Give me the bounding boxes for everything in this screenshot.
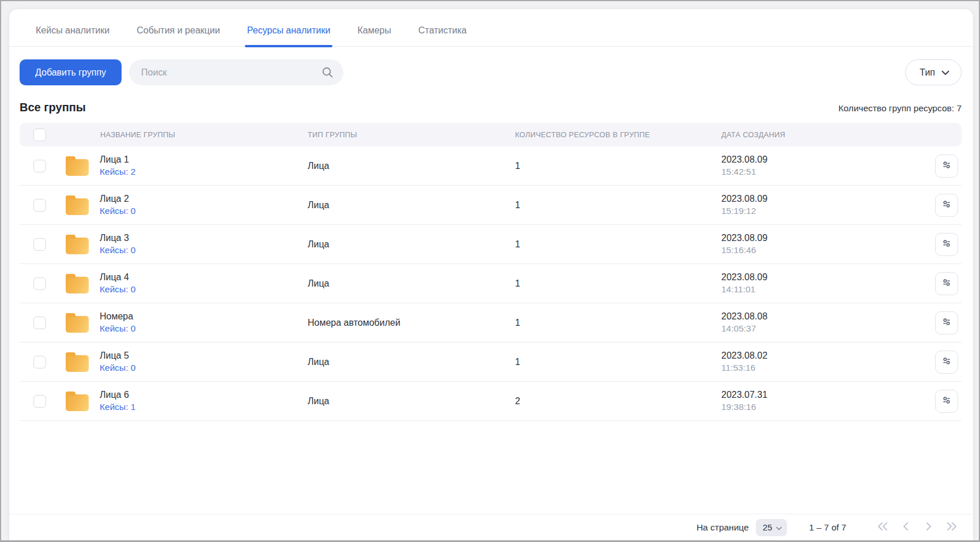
row-checkbox[interactable] (33, 160, 46, 172)
cases-link[interactable]: Кейсы: 0 (100, 206, 135, 216)
row-checkbox[interactable] (33, 356, 46, 368)
created-date: 2023.08.09 (721, 155, 911, 165)
sliders-icon (940, 198, 953, 212)
group-type: Лица (308, 161, 515, 171)
row-checkbox[interactable] (33, 199, 46, 212)
sliders-icon (940, 237, 953, 251)
tab-statistics[interactable]: Статистика (417, 21, 468, 46)
search-icon[interactable] (321, 66, 334, 81)
per-page-select[interactable]: 25 (756, 519, 788, 536)
folder-icon (66, 238, 89, 254)
group-name: Лица 5 (100, 351, 135, 361)
cases-link[interactable]: Кейсы: 2 (100, 167, 135, 177)
table-row: Лица 1 Кейсы: 2 Лица 1 2023.08.09 15:42:… (20, 146, 962, 186)
last-page-button[interactable] (944, 520, 959, 535)
tab-analytics-cases[interactable]: Кейсы аналитики (35, 21, 111, 46)
column-header-group-name: НАЗВАНИЕ ГРУППЫ (60, 130, 308, 139)
row-checkbox[interactable] (33, 317, 46, 329)
created-date: 2023.08.02 (721, 351, 911, 361)
created-date: 2023.08.08 (721, 311, 911, 322)
row-settings-button[interactable] (935, 194, 958, 217)
add-group-button[interactable]: Добавить группу (20, 59, 122, 85)
group-type: Номера автомобилей (308, 318, 515, 328)
tab-cameras[interactable]: Камеры (356, 21, 392, 46)
section-header: Все группы Количество групп ресурсов: 7 (20, 101, 962, 114)
row-settings-button[interactable] (935, 351, 958, 374)
row-settings-button[interactable] (935, 390, 958, 413)
group-type: Лица (308, 396, 515, 406)
folder-icon (66, 355, 89, 372)
folder-icon (66, 277, 89, 293)
chevron-down-icon (941, 67, 949, 78)
group-name: Лица 1 (100, 155, 135, 165)
select-all-checkbox[interactable] (33, 129, 46, 141)
toolbar: Добавить группу Тип (20, 59, 962, 85)
sliders-icon (940, 394, 953, 408)
row-settings-button[interactable] (935, 233, 958, 256)
double-chevron-right-icon (946, 522, 958, 533)
group-name: Лица 6 (100, 390, 135, 400)
table-row: Номера Кейсы: 0 Номера автомобилей 1 202… (20, 303, 962, 342)
created-date: 2023.08.09 (721, 272, 911, 283)
type-filter-label: Тип (920, 67, 935, 78)
type-filter-button[interactable]: Тип (905, 59, 962, 85)
page-title: Все группы (20, 101, 86, 114)
group-name: Номера (100, 311, 135, 322)
pager-controls (875, 520, 959, 535)
group-name: Лица 4 (100, 272, 135, 283)
group-name: Лица 2 (100, 194, 135, 204)
column-header-group-type: ТИП ГРУППЫ (308, 130, 515, 139)
tab-analytics-resources[interactable]: Ресурсы аналитики (246, 21, 332, 46)
chevron-left-icon (902, 522, 909, 533)
cases-link[interactable]: Кейсы: 0 (100, 363, 135, 373)
tab-bar: Кейсы аналитики События и реакции Ресурс… (9, 9, 973, 47)
next-page-button[interactable] (921, 520, 936, 535)
folder-icon (66, 394, 89, 411)
sliders-icon (940, 315, 953, 330)
group-type: Лица (308, 239, 515, 250)
resource-count: 1 (515, 318, 721, 328)
row-settings-button[interactable] (935, 272, 958, 295)
row-settings-button[interactable] (935, 311, 958, 334)
row-checkbox[interactable] (33, 238, 46, 251)
cases-link[interactable]: Кейсы: 1 (100, 402, 135, 412)
group-type: Лица (308, 357, 515, 367)
table-header-row: НАЗВАНИЕ ГРУППЫ ТИП ГРУППЫ КОЛИЧЕСТВО РЕ… (20, 123, 962, 146)
cases-link[interactable]: Кейсы: 0 (100, 245, 135, 255)
created-time: 15:16:46 (721, 245, 911, 255)
resource-count: 1 (515, 239, 721, 250)
chevron-down-icon (776, 522, 782, 532)
cases-link[interactable]: Кейсы: 0 (100, 284, 135, 295)
table-body: Лица 1 Кейсы: 2 Лица 1 2023.08.09 15:42:… (20, 146, 962, 421)
sliders-icon (940, 355, 953, 369)
search-box (129, 59, 343, 85)
created-time: 19:38:16 (721, 402, 911, 412)
created-time: 11:53:16 (721, 363, 911, 373)
table-row: Лица 6 Кейсы: 1 Лица 2 2023.07.31 19:38:… (20, 382, 962, 421)
folder-icon (66, 198, 89, 215)
per-page-label: На странице (697, 522, 749, 533)
table-row: Лица 3 Кейсы: 0 Лица 1 2023.08.09 15:16:… (20, 225, 962, 264)
per-page-value: 25 (763, 522, 773, 532)
first-page-button[interactable] (875, 520, 890, 535)
row-checkbox[interactable] (33, 395, 46, 408)
folder-icon (66, 159, 89, 176)
previous-page-button[interactable] (898, 520, 913, 535)
group-type: Лица (308, 200, 515, 210)
table-row: Лица 5 Кейсы: 0 Лица 1 2023.08.02 11:53:… (20, 342, 962, 382)
search-input[interactable] (129, 59, 343, 85)
resource-count: 1 (515, 357, 721, 367)
group-name: Лица 3 (100, 233, 135, 243)
created-time: 15:19:12 (721, 206, 911, 216)
table-row: Лица 4 Кейсы: 0 Лица 1 2023.08.09 14:11:… (20, 264, 962, 303)
tab-events-reactions[interactable]: События и реакции (135, 21, 221, 46)
row-settings-button[interactable] (935, 155, 958, 178)
sliders-icon (940, 276, 953, 291)
created-date: 2023.08.09 (721, 233, 911, 243)
main-panel: Кейсы аналитики События и реакции Ресурс… (9, 9, 973, 540)
cases-link[interactable]: Кейсы: 0 (100, 323, 135, 334)
created-time: 14:05:37 (721, 323, 911, 334)
created-time: 15:42:51 (721, 167, 911, 177)
page-range-label: 1 – 7 of 7 (809, 522, 846, 533)
row-checkbox[interactable] (33, 277, 46, 290)
